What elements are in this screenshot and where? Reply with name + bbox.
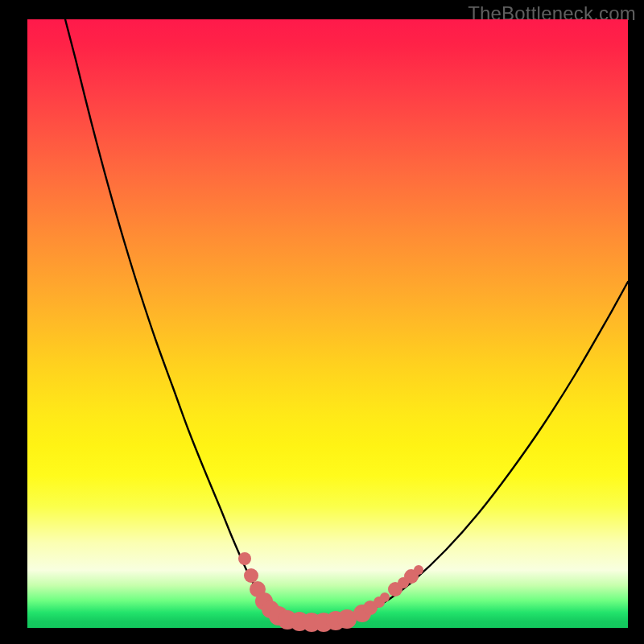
marker-dot [414,565,423,575]
marker-dot [238,552,251,565]
highlight-dots [238,552,423,632]
chart-frame: TheBottleneck.com [0,0,644,644]
marker-dot [244,568,258,583]
plot-area [27,19,628,628]
marker-dot [380,592,390,602]
bottleneck-curve [65,19,628,622]
chart-svg [27,19,628,628]
